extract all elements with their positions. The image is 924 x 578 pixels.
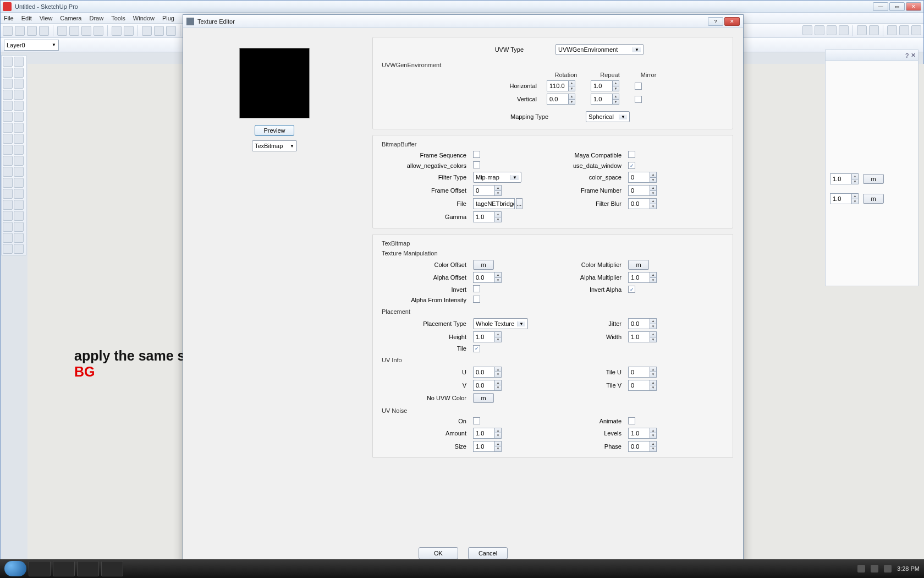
tool-btn[interactable] [14, 134, 24, 144]
frame-number-input[interactable]: 0▲▼ [628, 185, 657, 196]
allow-negative-checkbox[interactable] [473, 161, 480, 168]
tool-btn[interactable] [14, 222, 24, 232]
toolbar-btn[interactable] [887, 25, 897, 35]
taskbar-item[interactable] [77, 561, 99, 576]
tile-checkbox[interactable]: ✓ [473, 345, 480, 352]
dialog-help-button[interactable]: ? [708, 17, 723, 26]
toolbar-btn[interactable] [81, 26, 91, 36]
toolbar-btn[interactable] [839, 25, 849, 35]
side-color-2[interactable]: m [863, 194, 884, 204]
menu-window[interactable]: Window [133, 15, 155, 21]
dialog-titlebar[interactable]: Texture Editor ? ✕ [183, 15, 743, 28]
tool-btn[interactable] [14, 112, 24, 122]
tool-btn[interactable] [14, 189, 24, 199]
toolbar-btn[interactable] [142, 26, 152, 36]
taskbar-item[interactable] [101, 561, 123, 576]
tool-btn[interactable] [14, 68, 24, 78]
menu-draw[interactable]: Draw [89, 15, 103, 21]
tool-btn[interactable] [3, 145, 13, 155]
tool-btn[interactable] [3, 134, 13, 144]
toolbar-btn[interactable] [15, 26, 25, 36]
tool-btn[interactable] [3, 233, 13, 243]
tile-u-input[interactable]: 0▲▼ [628, 367, 657, 378]
tool-btn[interactable] [3, 244, 13, 254]
toolbar-btn[interactable] [3, 26, 13, 36]
tool-btn[interactable] [3, 112, 13, 122]
tool-btn[interactable] [14, 167, 24, 177]
maximize-button[interactable]: ▭ [889, 2, 905, 11]
tray-icon[interactable] [871, 565, 878, 572]
tile-v-input[interactable]: 0▲▼ [628, 380, 657, 391]
maya-compatible-checkbox[interactable] [628, 151, 635, 158]
dialog-close-button[interactable]: ✕ [724, 17, 740, 26]
width-input[interactable]: 1.0▲▼ [628, 331, 657, 342]
frame-sequence-checkbox[interactable] [473, 151, 480, 158]
layer-dropdown[interactable]: Layer0 ▼ [4, 40, 59, 51]
vertical-mirror-checkbox[interactable] [635, 96, 642, 103]
frame-offset-input[interactable]: 0▲▼ [473, 185, 502, 196]
gamma-input[interactable]: 1.0▲▼ [473, 211, 502, 222]
tool-btn[interactable] [14, 79, 24, 89]
tool-btn[interactable] [3, 189, 13, 199]
tool-btn[interactable] [14, 101, 24, 111]
uvw-type-dropdown[interactable]: UVWGenEnvironment▼ [556, 44, 644, 55]
tool-btn[interactable] [3, 68, 13, 78]
tool-btn[interactable] [3, 101, 13, 111]
alpha-from-intensity-checkbox[interactable] [473, 296, 480, 303]
tool-btn[interactable] [14, 123, 24, 133]
use-data-window-checkbox[interactable]: ✓ [628, 162, 635, 169]
filter-type-dropdown[interactable]: Mip-map▼ [473, 172, 521, 183]
cancel-button[interactable]: Cancel [468, 547, 508, 559]
toolbar-btn[interactable] [39, 26, 49, 36]
phase-input[interactable]: 0.0▲▼ [628, 441, 657, 452]
invert-checkbox[interactable] [473, 285, 480, 292]
tool-btn[interactable] [3, 167, 13, 177]
tool-btn[interactable] [3, 79, 13, 89]
clock[interactable]: 3:28 PM [897, 565, 920, 572]
help-icon[interactable]: ? [905, 52, 909, 59]
alpha-multiplier-input[interactable]: 1.0▲▼ [628, 272, 657, 283]
toolbar-btn[interactable] [911, 25, 921, 35]
menu-camera[interactable]: Camera [60, 15, 81, 21]
tool-btn[interactable] [14, 90, 24, 100]
tool-btn[interactable] [3, 222, 13, 232]
tool-btn[interactable] [14, 57, 24, 67]
close-button[interactable]: ✕ [906, 2, 921, 11]
color-space-input[interactable]: 0▲▼ [628, 172, 657, 183]
toolbar-btn[interactable] [869, 25, 879, 35]
tool-btn[interactable] [14, 211, 24, 221]
size-input[interactable]: 1.0▲▼ [473, 441, 502, 452]
menu-file[interactable]: File [4, 15, 14, 21]
toolbar-btn[interactable] [27, 26, 37, 36]
tool-btn[interactable] [3, 211, 13, 221]
placement-type-dropdown[interactable]: Whole Texture▼ [473, 318, 528, 329]
taskbar-item[interactable] [53, 561, 75, 576]
toolbar-btn[interactable] [57, 26, 67, 36]
close-icon[interactable]: ✕ [911, 52, 916, 59]
animate-checkbox[interactable] [628, 417, 635, 424]
menu-tools[interactable]: Tools [111, 15, 125, 21]
file-input[interactable]: tageNETbridgeHigh.hdr [473, 198, 515, 209]
color-offset-button[interactable]: m [473, 260, 494, 270]
tool-btn[interactable] [3, 200, 13, 210]
menu-view[interactable]: View [40, 15, 53, 21]
tool-btn[interactable] [14, 178, 24, 188]
toolbar-btn[interactable] [827, 25, 837, 35]
filter-blur-input[interactable]: 0.0▲▼ [628, 198, 657, 209]
amount-input[interactable]: 1.0▲▼ [473, 428, 502, 439]
ok-button[interactable]: OK [419, 547, 458, 559]
tool-btn[interactable] [14, 145, 24, 155]
side-num-1[interactable]: 1.0▲▼ [830, 173, 859, 184]
horizontal-mirror-checkbox[interactable] [635, 83, 642, 90]
menu-edit[interactable]: Edit [21, 15, 32, 21]
jitter-input[interactable]: 0.0▲▼ [628, 318, 657, 329]
levels-input[interactable]: 1.0▲▼ [628, 428, 657, 439]
toolbar-btn[interactable] [815, 25, 824, 35]
tool-btn[interactable] [3, 156, 13, 166]
minimize-button[interactable]: — [873, 2, 888, 11]
height-input[interactable]: 1.0▲▼ [473, 331, 502, 342]
tool-btn[interactable] [3, 90, 13, 100]
side-num-2[interactable]: 1.0▲▼ [830, 193, 859, 204]
mapping-type-dropdown[interactable]: Spherical▼ [586, 111, 630, 122]
toolbar-btn[interactable] [857, 25, 867, 35]
